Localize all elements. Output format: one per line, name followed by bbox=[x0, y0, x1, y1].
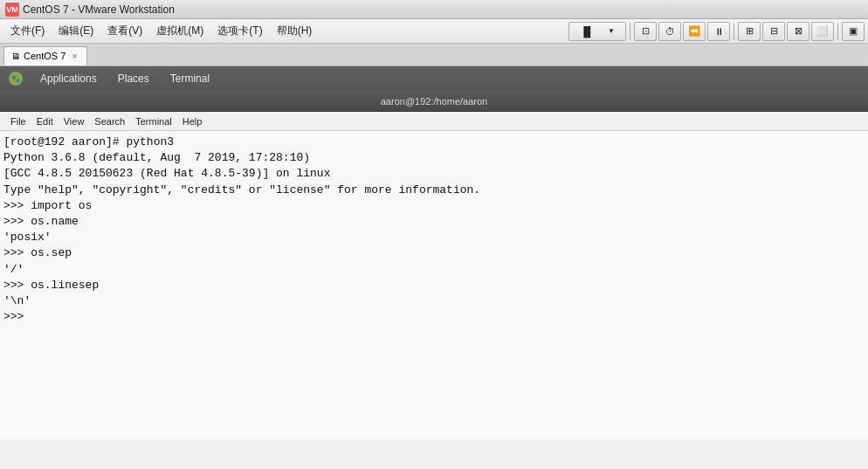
terminal-line-7: >>> os.sep bbox=[3, 245, 865, 261]
terminal-line-10: '\n' bbox=[3, 293, 865, 309]
terminal-line-2: [GCC 4.8.5 20150623 (Red Hat 4.8.5-39)] … bbox=[3, 166, 865, 182]
terminal-line-6: 'posix' bbox=[3, 230, 865, 245]
vm-tab-centos7[interactable]: 🖥 CentOS 7 × bbox=[3, 46, 87, 66]
terminal-line-1: Python 3.6.8 (default, Aug 7 2019, 17:28… bbox=[3, 150, 865, 166]
terminal-line-8: '/' bbox=[3, 262, 865, 278]
vmware-icon: VM bbox=[5, 3, 19, 17]
toolbar-fit-guest[interactable]: ⊟ bbox=[762, 22, 785, 41]
menu-file[interactable]: 文件(F) bbox=[3, 22, 52, 40]
vmware-menubar: 文件(F) 编辑(E) 查看(V) 虚拟机(M) 选项卡(T) 帮助(H) ▐▌… bbox=[0, 19, 868, 44]
vmware-title: CentOS 7 - VMware Workstation bbox=[23, 3, 175, 16]
vm-tabbar: 🖥 CentOS 7 × bbox=[0, 44, 868, 66]
gnome-menu-places[interactable]: Places bbox=[114, 71, 153, 86]
gnome-app-icon: 🐾 bbox=[9, 72, 23, 86]
terminal-menu-edit[interactable]: Edit bbox=[31, 114, 59, 128]
gnome-topbar: 🐾 Applications Places Terminal bbox=[0, 66, 868, 91]
gnome-menu-terminal[interactable]: Terminal bbox=[167, 71, 213, 86]
terminal-output[interactable]: [root@192 aaron]# python3 Python 3.6.8 (… bbox=[0, 131, 868, 439]
terminal-line-5: >>> os.name bbox=[3, 214, 865, 230]
vm-tab-close-button[interactable]: × bbox=[69, 51, 79, 61]
terminal-line-4: >>> import os bbox=[3, 198, 865, 214]
toolbar-power-dropdown[interactable]: ▐▌ ▼ bbox=[568, 22, 626, 41]
toolbar-sep-3 bbox=[837, 23, 838, 40]
vm-tab-label: CentOS 7 bbox=[24, 51, 65, 61]
menu-edit[interactable]: 编辑(E) bbox=[52, 22, 100, 40]
toolbar-revert[interactable]: ⏪ bbox=[683, 22, 706, 41]
toolbar-fullscreen[interactable]: ⬜ bbox=[811, 22, 834, 41]
terminal-title-text: aaron@192:/home/aaron bbox=[381, 96, 487, 107]
toolbar-send-ctrlaltdel[interactable]: ⊡ bbox=[634, 22, 657, 41]
toolbar-suspend[interactable]: ⏸ bbox=[707, 22, 730, 41]
gnome-menu-applications[interactable]: Applications bbox=[37, 71, 100, 86]
toolbar-stretch[interactable]: ⊠ bbox=[787, 22, 809, 41]
terminal-menu-help[interactable]: Help bbox=[177, 114, 208, 128]
toolbar-fit-window[interactable]: ⊞ bbox=[738, 22, 761, 41]
terminal-menu-view[interactable]: View bbox=[59, 114, 90, 128]
menu-tabs[interactable]: 选项卡(T) bbox=[210, 22, 269, 40]
terminal-line-9: >>> os.linesep bbox=[3, 278, 865, 293]
menu-view[interactable]: 查看(V) bbox=[100, 22, 149, 40]
terminal-menu-search[interactable]: Search bbox=[89, 114, 130, 128]
menu-help[interactable]: 帮助(H) bbox=[270, 22, 320, 40]
toolbar-unity[interactable]: ▣ bbox=[842, 22, 865, 41]
terminal-line-11: >>> bbox=[3, 309, 865, 325]
toolbar-snapshot[interactable]: ⏱ bbox=[658, 22, 681, 41]
vm-tab-icon: 🖥 bbox=[11, 52, 20, 61]
terminal-menu-file[interactable]: File bbox=[5, 114, 31, 128]
terminal-line-3: Type "help", "copyright", "credits" or "… bbox=[3, 183, 865, 198]
vm-content-area: 🐾 Applications Places Terminal aaron@192… bbox=[0, 66, 868, 439]
terminal-line-0: [root@192 aaron]# python3 bbox=[3, 134, 865, 150]
menu-vm[interactable]: 虚拟机(M) bbox=[149, 22, 210, 40]
toolbar-sep-2 bbox=[734, 23, 734, 40]
toolbar-sep-1 bbox=[630, 23, 630, 40]
terminal-menu-terminal[interactable]: Terminal bbox=[130, 114, 177, 128]
terminal-menubar: File Edit View Search Terminal Help bbox=[0, 112, 868, 131]
dropdown-arrow-icon: ▼ bbox=[601, 25, 622, 37]
terminal-titlebar: aaron@192:/home/aaron bbox=[0, 91, 868, 112]
vmware-titlebar: VM CentOS 7 - VMware Workstation bbox=[0, 0, 868, 19]
